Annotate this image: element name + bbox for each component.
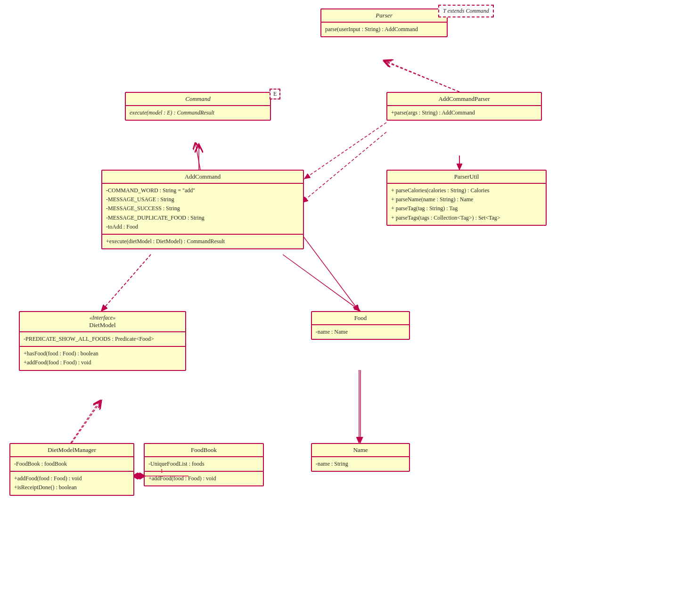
name-title-text: Name — [353, 446, 368, 453]
type-param-box: T extends Command — [438, 5, 494, 17]
diet-model-stereotype: «Interface» — [24, 314, 181, 321]
diet-model-field-1: -PREDICATE_SHOW_ALL_FOODS : Predicate<Fo… — [24, 335, 181, 344]
food-class: Food -name : Name — [311, 311, 410, 340]
add-command-field-3: -MESSAGE_SUCCESS : String — [106, 204, 299, 213]
command-title: Command — [126, 93, 270, 106]
diet-model-method-1: +hasFood(food : Food) : boolean — [24, 349, 181, 358]
add-command-parser-title: AddCommandParser — [387, 93, 541, 106]
svg-line-1 — [196, 144, 200, 170]
food-book-title-text: FoodBook — [191, 446, 217, 453]
diet-model-title-text: DietModel — [89, 321, 115, 329]
diet-model-method-2: +addFood(food : Food) : void — [24, 358, 181, 367]
add-command-field-2: -MESSAGE_USAGE : String — [106, 195, 299, 204]
name-class: Name -name : String — [311, 443, 410, 472]
diet-model-manager-fields-section: -FoodBook : foodBook — [10, 457, 133, 472]
svg-line-5 — [101, 255, 151, 311]
diet-model-fields-section: -PREDICATE_SHOW_ALL_FOODS : Predicate<Fo… — [20, 332, 185, 347]
add-command-title: AddCommand — [102, 171, 303, 184]
diet-model-class: «Interface» DietModel -PREDICATE_SHOW_AL… — [19, 311, 186, 371]
diet-model-manager-title-text: DietModelManager — [48, 446, 96, 453]
svg-line-17 — [283, 255, 360, 311]
add-command-title-text: AddCommand — [185, 173, 221, 180]
command-method: execute(model : E) : CommandResult — [130, 109, 214, 116]
add-command-class: AddCommand -COMMAND_WORD : String = "add… — [101, 170, 304, 249]
parser-util-class: ParserUtil + parseCalories(calories : St… — [386, 170, 547, 226]
svg-line-0 — [384, 61, 459, 92]
food-book-field-1: -UniqueFoodList : foods — [148, 460, 259, 468]
food-book-class: FoodBook -UniqueFoodList : foods +addFoo… — [144, 443, 264, 486]
parser-util-method-3: + parseTag(tag : String) : Tag — [391, 204, 542, 213]
diet-model-manager-title: DietModelManager — [10, 444, 133, 457]
parser-title: Parser — [321, 9, 447, 23]
name-title: Name — [312, 444, 409, 457]
uml-diagram: 1 Parser parse(userInput : String) : Add… — [0, 0, 696, 616]
name-fields-section: -name : String — [312, 457, 409, 471]
add-command-field-1: -COMMAND_WORD : String = "add" — [106, 186, 299, 195]
add-command-parser-method: +parse(args : String) : AddCommand — [391, 109, 475, 116]
command-method-section: execute(model : E) : CommandResult — [126, 106, 270, 120]
svg-line-12 — [384, 60, 459, 92]
svg-line-14 — [304, 123, 386, 179]
svg-line-19 — [72, 401, 101, 443]
parser-util-title-text: ParserUtil — [454, 173, 479, 180]
parser-util-method-4: + parseTags(tags : Collection<Tag>) : Se… — [391, 214, 542, 222]
add-command-field-4: -MESSAGE_DUPLICATE_FOOD : String — [106, 214, 299, 222]
add-command-fields-section: -COMMAND_WORD : String = "add" -MESSAGE_… — [102, 184, 303, 235]
add-command-parser-method-section: +parse(args : String) : AddCommand — [387, 106, 541, 120]
add-command-method-section: +execute(dietModel : DietModel) : Comman… — [102, 235, 303, 248]
food-title-text: Food — [354, 314, 367, 321]
type-param-text: T extends Command — [443, 8, 489, 14]
parser-method: parse(userInput : String) : AddCommand — [325, 26, 418, 33]
parser-title-text: Parser — [376, 12, 392, 19]
diet-model-manager-class: DietModelManager -FoodBook : foodBook +a… — [9, 443, 134, 496]
command-type-param-text: E — [273, 90, 277, 97]
food-field-1: -name : Name — [316, 328, 405, 337]
parser-util-method-1: + parseCalories(calories : String) : Cal… — [391, 186, 542, 195]
add-command-method: +execute(dietModel : DietModel) : Comman… — [106, 238, 225, 245]
parser-util-methods-section: + parseCalories(calories : String) : Cal… — [387, 184, 546, 225]
command-type-param-box: E — [270, 89, 280, 99]
svg-line-6 — [299, 231, 359, 311]
parser-util-method-2: + parseName(name : String) : Name — [391, 195, 542, 204]
diet-model-manager-method-1: +addFood(food : Food) : void — [14, 474, 130, 483]
command-class: Command execute(model : E) : CommandResu… — [125, 92, 271, 121]
parser-method-section: parse(userInput : String) : AddCommand — [321, 23, 447, 36]
food-fields-section: -name : Name — [312, 325, 409, 339]
food-book-fields-section: -UniqueFoodList : foods — [145, 457, 263, 472]
parser-util-title: ParserUtil — [387, 171, 546, 184]
add-command-parser-title-text: AddCommandParser — [438, 95, 490, 102]
svg-line-16 — [101, 255, 151, 311]
arrows-svg: 1 — [0, 0, 696, 616]
food-book-title: FoodBook — [145, 444, 263, 457]
add-command-parser-class: AddCommandParser +parse(args : String) :… — [386, 92, 542, 121]
diet-model-methods-section: +hasFood(food : Food) : boolean +addFood… — [20, 347, 185, 370]
name-field-1: -name : String — [316, 460, 405, 468]
diet-model-title: «Interface» DietModel — [20, 312, 185, 332]
food-book-method-1: +addFood(food : Food) : void — [148, 474, 259, 483]
arrows-svg-2: AddCommand top right ~570,360 --> DietMo… — [0, 0, 696, 616]
add-command-field-5: -toAdd : Food — [106, 222, 299, 231]
svg-line-7 — [71, 401, 100, 443]
command-title-text: Command — [185, 95, 210, 102]
food-title: Food — [312, 312, 409, 325]
diet-model-manager-method-2: +isReceiptDone() : boolean — [14, 483, 130, 492]
svg-line-2 — [302, 132, 386, 203]
parser-class: Parser parse(userInput : String) : AddCo… — [320, 8, 448, 37]
food-book-methods-section: +addFood(food : Food) : void — [145, 472, 263, 485]
diet-model-manager-methods-section: +addFood(food : Food) : void +isReceiptD… — [10, 472, 133, 494]
diet-model-manager-field-1: -FoodBook : foodBook — [14, 460, 130, 468]
